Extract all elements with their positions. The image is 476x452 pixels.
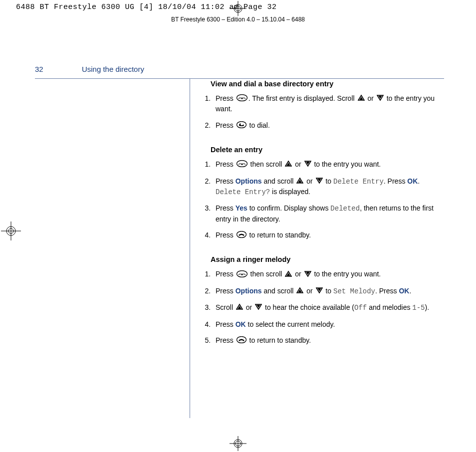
step-item: Press to return to standby. xyxy=(213,335,442,346)
end-call-icon xyxy=(237,336,246,346)
step-item: Press Options and scroll or to Set Melod… xyxy=(213,286,442,296)
lcd-text: Off xyxy=(354,304,367,312)
arrow-up-icon xyxy=(296,286,303,296)
arrow-up-icon xyxy=(285,270,292,280)
content-column: View and dial a base directory entry Pre… xyxy=(205,79,442,352)
step-item: Press Yes to confirm. Display shows Dele… xyxy=(213,203,442,224)
steps-list: Press . The first entry is displayed. Sc… xyxy=(205,93,442,131)
arrow-down-icon xyxy=(304,160,311,170)
step-item: Press to dial. xyxy=(213,120,442,131)
step-item: Press Options and scroll or to Delete En… xyxy=(213,176,442,198)
lcd-text: Deleted xyxy=(330,205,360,213)
options-softkey: Options xyxy=(236,287,262,295)
steps-list: Press then scroll or to the entry you wa… xyxy=(205,269,442,346)
step-item: Press OK to select the current melody. xyxy=(213,319,442,329)
ok-softkey: OK xyxy=(399,287,409,295)
section-title: Using the directory xyxy=(82,65,144,73)
arrow-down-icon xyxy=(316,286,323,296)
arrow-up-icon xyxy=(358,94,365,104)
lcd-text: Delete Entry? xyxy=(216,188,270,196)
step-item: Press to return to standby. xyxy=(213,230,442,240)
subheading-delete: Delete an entry xyxy=(211,145,442,155)
yes-softkey: Yes xyxy=(236,204,247,212)
arrow-up-icon xyxy=(236,303,243,313)
registration-mark-bottom xyxy=(227,436,249,451)
ok-softkey: OK xyxy=(407,177,418,185)
registration-mark-left xyxy=(1,220,21,242)
steps-list: Press then scroll or to the entry you wa… xyxy=(205,159,442,240)
step-item: Press . The first entry is displayed. Sc… xyxy=(213,93,442,114)
book-icon xyxy=(237,270,247,280)
subheading-view-dial: View and dial a base directory entry xyxy=(211,79,442,89)
subheading-ringer: Assign a ringer melody xyxy=(211,254,442,265)
end-call-icon xyxy=(237,230,246,240)
arrow-down-icon xyxy=(316,177,323,187)
arrow-down-icon xyxy=(304,270,311,280)
talk-icon xyxy=(237,121,246,131)
book-icon xyxy=(237,160,247,170)
arrow-down-icon xyxy=(255,303,262,313)
print-job-header: 6488 BT Freestyle 6300 UG [4] 18/10/04 1… xyxy=(16,3,277,11)
ok-softkey: OK xyxy=(236,320,246,328)
edition-line: BT Freestyle 6300 – Edition 4.0 – 15.10.… xyxy=(0,16,476,23)
vertical-rule xyxy=(190,79,190,418)
book-icon xyxy=(237,94,247,104)
arrow-down-icon xyxy=(377,94,384,104)
step-item: Press then scroll or to the entry you wa… xyxy=(213,269,442,279)
arrow-up-icon xyxy=(296,177,303,187)
lcd-text: Set Melody xyxy=(333,287,375,295)
lcd-text: 1-5 xyxy=(412,304,425,312)
svg-point-14 xyxy=(237,121,246,128)
page-number: 32 xyxy=(35,65,80,73)
lcd-text: Delete Entry xyxy=(333,178,384,186)
options-softkey: Options xyxy=(236,177,262,185)
arrow-up-icon xyxy=(285,160,292,170)
step-item: Scroll or to hear the choice available (… xyxy=(213,302,442,313)
step-item: Press then scroll or to the entry you wa… xyxy=(213,159,442,170)
